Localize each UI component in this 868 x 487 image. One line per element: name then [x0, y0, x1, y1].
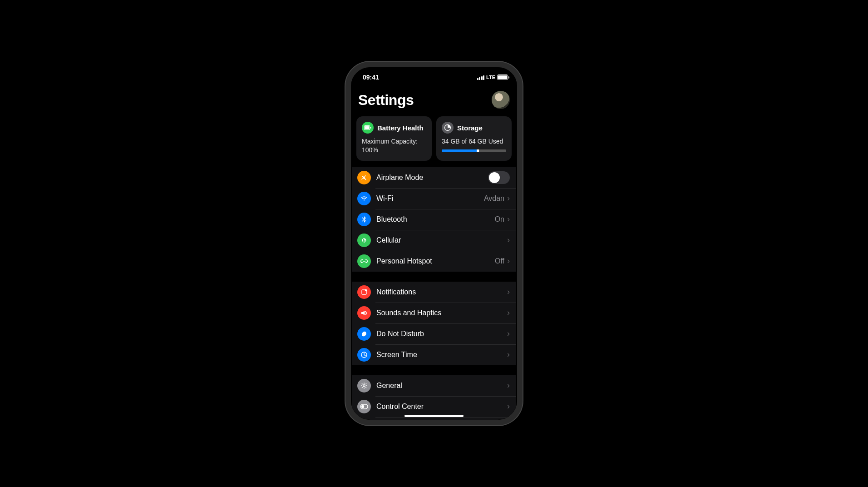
wifi-icon — [357, 192, 371, 205]
svg-point-6 — [365, 289, 367, 291]
general-icon — [357, 379, 371, 393]
bluetooth-label: Bluetooth — [376, 215, 495, 224]
wifi-label: Wi-Fi — [376, 194, 484, 203]
notch — [395, 67, 473, 80]
battery-card-detail: Maximum Capacity: 100% — [362, 137, 426, 154]
chevron-right-icon: › — [507, 235, 510, 245]
battery-health-card[interactable]: Battery Health Maximum Capacity: 100% — [356, 116, 432, 161]
carrier-label: LTE — [486, 75, 495, 80]
connectivity-section: Airplane Mode Wi-Fi Avdan › Bluetooth On — [352, 167, 516, 272]
chevron-right-icon: › — [507, 350, 510, 359]
hotspot-value: Off — [495, 257, 504, 265]
screen: 09:41 LTE Settings Batte — [351, 67, 517, 420]
system-section: General › Control Center › Display and B… — [352, 375, 516, 420]
status-indicators: LTE — [477, 75, 508, 80]
page-title: Settings — [358, 92, 414, 109]
row-wifi[interactable]: Wi-Fi Avdan › — [352, 188, 516, 209]
screentime-label: Screen Time — [376, 351, 507, 359]
notifications-icon — [357, 285, 371, 299]
chevron-right-icon: › — [507, 194, 510, 203]
chevron-right-icon: › — [507, 329, 510, 338]
row-do-not-disturb[interactable]: Do Not Disturb › — [352, 323, 516, 344]
storage-card[interactable]: Storage 34 GB of 64 GB Used — [436, 116, 512, 161]
chevron-right-icon: › — [507, 308, 510, 318]
storage-card-detail: 34 GB of 64 GB Used — [442, 137, 506, 146]
bluetooth-icon — [357, 213, 371, 226]
svg-point-8 — [363, 385, 365, 387]
svg-rect-4 — [364, 240, 364, 243]
wifi-value: Avdan — [484, 194, 504, 203]
hotspot-label: Personal Hotspot — [376, 257, 495, 265]
alerts-section: Notifications › Sounds and Haptics › Do … — [352, 282, 516, 365]
airplane-icon — [357, 171, 371, 184]
storage-progress-bar — [442, 149, 506, 152]
page-header: Settings — [351, 87, 517, 116]
row-screen-time[interactable]: Screen Time › — [352, 344, 516, 365]
dnd-label: Do Not Disturb — [376, 330, 507, 338]
row-notifications[interactable]: Notifications › — [352, 282, 516, 303]
svg-rect-1 — [365, 126, 369, 129]
sounds-icon — [357, 306, 371, 320]
row-cellular[interactable]: Cellular › — [352, 230, 516, 251]
battery-card-title: Battery Health — [377, 124, 424, 132]
row-sounds-haptics[interactable]: Sounds and Haptics › — [352, 303, 516, 323]
cellular-label: Cellular — [376, 236, 507, 244]
chevron-right-icon: › — [507, 402, 510, 411]
profile-avatar[interactable] — [492, 91, 510, 109]
signal-icon — [477, 75, 485, 80]
row-bluetooth[interactable]: Bluetooth On › — [352, 209, 516, 230]
svg-point-10 — [361, 405, 364, 408]
row-display-brightness[interactable]: Display and Brightness › — [352, 417, 516, 420]
row-airplane-mode[interactable]: Airplane Mode — [352, 167, 516, 188]
row-control-center[interactable]: Control Center › — [352, 396, 516, 417]
cellular-icon — [357, 234, 371, 247]
airplane-label: Airplane Mode — [376, 174, 488, 182]
storage-card-title: Storage — [457, 124, 483, 132]
chevron-right-icon: › — [507, 256, 510, 266]
dnd-icon — [357, 327, 371, 341]
bluetooth-value: On — [495, 215, 504, 224]
controlcenter-icon — [357, 400, 371, 413]
chevron-right-icon: › — [507, 287, 510, 297]
row-personal-hotspot[interactable]: Personal Hotspot Off › — [352, 251, 516, 272]
controlcenter-label: Control Center — [376, 403, 507, 411]
chevron-right-icon: › — [507, 381, 510, 390]
battery-icon — [497, 75, 508, 80]
notifications-label: Notifications — [376, 288, 507, 296]
status-time: 09:41 — [360, 74, 379, 81]
chevron-right-icon: › — [507, 214, 510, 224]
home-indicator[interactable] — [404, 415, 464, 417]
airplane-toggle[interactable] — [488, 171, 510, 184]
svg-rect-2 — [370, 127, 371, 129]
hotspot-icon — [357, 254, 371, 268]
phone-frame: 09:41 LTE Settings Batte — [345, 62, 523, 425]
sounds-label: Sounds and Haptics — [376, 309, 507, 317]
row-general[interactable]: General › — [352, 375, 516, 396]
screentime-icon — [357, 348, 371, 362]
battery-icon-circle — [362, 122, 374, 134]
info-cards: Battery Health Maximum Capacity: 100% St… — [351, 116, 517, 167]
general-label: General — [376, 382, 507, 390]
storage-icon-circle — [442, 122, 454, 134]
